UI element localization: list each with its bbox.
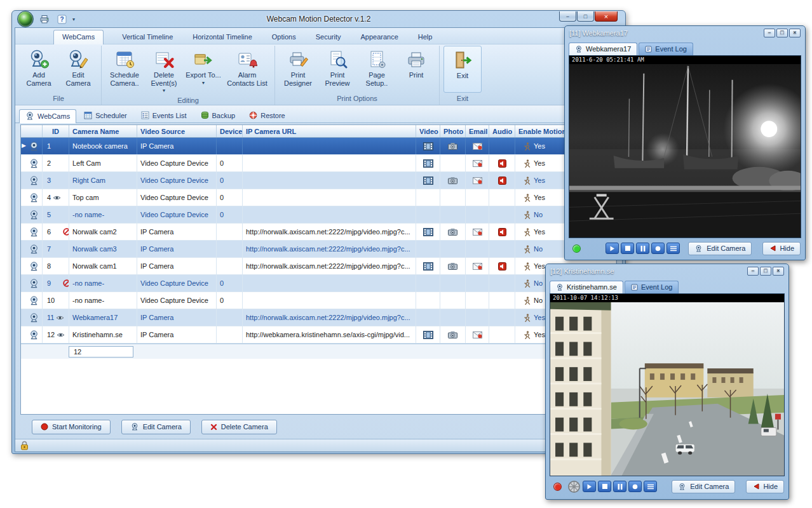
camera-id: 2: [47, 159, 51, 167]
edit-camera-button[interactable]: Edit Camera: [672, 480, 735, 493]
menu-tab[interactable]: Options: [271, 30, 297, 44]
ip-camera-url: http://norwalk.axiscam.net:2222/mjpg/vid…: [246, 314, 410, 321]
print-preview-button[interactable]: Print Preview: [318, 46, 356, 93]
column-header-name[interactable]: Camera Name: [69, 125, 137, 137]
tab-events-list[interactable]: Events List: [135, 109, 193, 123]
tab-camera-view[interactable]: Kristinehamn.se: [550, 281, 623, 293]
export-to-button[interactable]: Export To... ▾: [184, 46, 222, 95]
column-header-id[interactable]: ID: [43, 125, 69, 137]
table-row[interactable]: ▶ 9 -no name- Video Capture Device 0: [21, 275, 616, 292]
table-row[interactable]: ▶ 5 -no name- Video Capture Device 0: [21, 206, 616, 224]
close-button[interactable]: ×: [773, 267, 784, 276]
tab-event-log[interactable]: Event Log: [639, 43, 693, 55]
tab-event-log[interactable]: Event Log: [625, 281, 679, 293]
table-row[interactable]: ▶ 1 Notebook camera IP Camera: [21, 138, 616, 155]
alarm-contacts-button[interactable]: Alarm Contacts List: [224, 46, 271, 95]
tab-restore[interactable]: Restore: [243, 109, 292, 123]
edit-camera-button[interactable]: Edit Camera: [59, 46, 97, 93]
minimize-button[interactable]: −: [747, 267, 759, 276]
dial-wheel-button[interactable]: [567, 479, 581, 493]
table-row[interactable]: ▶ 2 Left Cam Video Capture Device 0: [21, 155, 616, 172]
id-cell: 8: [43, 258, 69, 274]
add-camera-button[interactable]: Add Camera: [20, 46, 58, 93]
maximize-button[interactable]: □: [577, 11, 594, 22]
menu-tab[interactable]: WebCams: [53, 30, 104, 44]
camera-window-title-bar[interactable]: [12] Kristinehamn.se − □ ×: [548, 264, 786, 278]
edit-camera-icon: [130, 423, 139, 431]
tab-camera-view[interactable]: Webkamera17: [569, 43, 637, 55]
table-row[interactable]: ▶ 8 Norwalk cam1 IP Camera http: [21, 258, 616, 275]
camera-window-title-bar[interactable]: [11] Webkamera17 − □ ×: [567, 26, 802, 40]
video-source: Video Capture Device: [140, 194, 208, 201]
hide-button[interactable]: Hide: [762, 242, 801, 255]
email-cell: [466, 275, 489, 291]
minimize-button[interactable]: −: [559, 11, 576, 22]
table-row[interactable]: ▶ 10 -no name- Video Capture Device 0: [21, 292, 616, 309]
menu-tab[interactable]: Vertical Timeline: [121, 30, 174, 44]
delete-camera-button[interactable]: Delete Camera: [201, 420, 277, 434]
event-list-button[interactable]: [667, 243, 680, 254]
column-header-device[interactable]: Device: [217, 125, 243, 137]
column-header-email[interactable]: Email: [466, 125, 489, 137]
page-setup-button[interactable]: Page Setup..: [358, 46, 396, 93]
edit-camera-button[interactable]: Edit Camera: [688, 242, 752, 255]
email-enabled-icon: [473, 263, 482, 270]
title-bar[interactable]: ? ▾ Webcam Motion Detector v.1.2 − □ ×: [15, 11, 623, 27]
video-source: Video Capture Device: [140, 279, 208, 287]
motion-value: No: [534, 297, 543, 304]
print-button[interactable]: Print: [397, 46, 435, 93]
table-row[interactable]: ▶ 6 Norwalk cam2 IP Camera http: [21, 224, 616, 241]
edit-camera-footer-button[interactable]: Edit Camera: [121, 420, 191, 434]
column-header-source[interactable]: Video Source: [137, 125, 217, 137]
exit-button[interactable]: Exit: [443, 46, 482, 93]
start-monitoring-button[interactable]: Start Monitoring: [32, 420, 111, 434]
maximize-button[interactable]: □: [760, 267, 771, 276]
hide-arrow-icon: [752, 483, 759, 490]
pause-button[interactable]: [613, 481, 626, 492]
record-count-box: 12: [69, 346, 133, 358]
delete-events-button[interactable]: Delete Event(s) ▾: [145, 46, 183, 95]
table-row[interactable]: ▶ 3 Right Cam Video Capture Device 0: [21, 172, 616, 189]
column-header-audio[interactable]: Audio: [489, 125, 515, 137]
video-cell: [416, 326, 440, 343]
record-button[interactable]: [628, 481, 642, 492]
stop-button[interactable]: [598, 481, 611, 492]
camera-type-icon: [29, 279, 39, 288]
device-cell: 0: [217, 155, 243, 171]
column-header-video[interactable]: Video: [416, 125, 440, 137]
stop-button[interactable]: [621, 243, 634, 254]
table-row[interactable]: ▶ 12 Kristinehamn.se IP Camera: [21, 326, 616, 344]
tab-webcams[interactable]: WebCams: [19, 109, 76, 123]
table-row[interactable]: ▶ 11 Webkamera17 IP Camera http: [21, 309, 616, 326]
table-row[interactable]: ▶ 4 Top cam Video Capture Device 0: [21, 189, 616, 206]
event-list-button[interactable]: [644, 481, 657, 492]
table-row[interactable]: ▶ 7 Norwalk cam3 IP Camera http: [21, 241, 616, 258]
menu-tab[interactable]: Appearance: [359, 30, 399, 44]
minimize-button[interactable]: −: [764, 29, 775, 37]
column-header-selector[interactable]: [21, 125, 43, 137]
motion-value: Yes: [534, 142, 545, 150]
hide-button[interactable]: Hide: [746, 480, 784, 493]
pause-button[interactable]: [636, 243, 649, 254]
record-button[interactable]: [651, 243, 665, 254]
column-header-url[interactable]: IP Camera URL: [243, 125, 416, 137]
column-header-photo[interactable]: Photo: [440, 125, 466, 137]
close-button[interactable]: ×: [789, 29, 801, 37]
tab-backup[interactable]: Backup: [194, 109, 242, 123]
menu-tab[interactable]: Security: [315, 30, 342, 44]
ribbon-group-label: Print Options: [279, 93, 435, 105]
tab-scheduler[interactable]: Scheduler: [78, 109, 133, 123]
timestamp-overlay: 2011-10-07 14:12:13: [550, 294, 784, 302]
play-button[interactable]: [606, 243, 619, 254]
status-bar: [15, 439, 622, 451]
menu-tab[interactable]: Help: [417, 30, 434, 44]
close-button[interactable]: ×: [595, 11, 618, 22]
preview-eye-icon: [56, 315, 64, 321]
maximize-button[interactable]: □: [776, 29, 788, 37]
menu-tab[interactable]: Horizontal Timeline: [191, 30, 254, 44]
row-selector-cell: ▶: [21, 326, 43, 343]
schedule-camera-button[interactable]: Schedule Camera..: [105, 46, 144, 95]
camera-name-cell: Norwalk cam2: [69, 224, 137, 240]
print-designer-button[interactable]: Print Designer: [279, 46, 317, 93]
play-button[interactable]: [583, 481, 596, 492]
